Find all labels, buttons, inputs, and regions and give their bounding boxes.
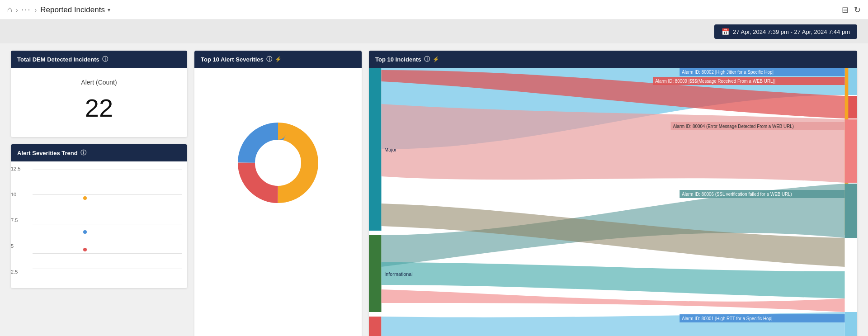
- title-dropdown-arrow[interactable]: ▾: [108, 7, 110, 13]
- top10-incidents-title: Top 10 Incidents: [375, 56, 421, 63]
- informational-label-text: Informational: [384, 271, 412, 277]
- right-band-5: [845, 312, 857, 336]
- chevron-icon-2: ›: [35, 6, 37, 14]
- right-band-4: [845, 184, 857, 238]
- total-dem-title: Total DEM Detected Incidents: [17, 56, 99, 63]
- trend-title: Alert Severities Trend: [17, 150, 78, 156]
- grid-line-1: [33, 194, 182, 195]
- donut-hole: [257, 142, 299, 184]
- donut-body: [194, 68, 362, 262]
- top10-severities-header: Top 10 Alert Severities ⓘ ⚡: [194, 51, 362, 68]
- top10-incidents-info-icon[interactable]: ⓘ: [424, 55, 430, 63]
- home-icon[interactable]: ⌂: [7, 5, 12, 14]
- calendar-icon: 📅: [722, 28, 729, 35]
- grid-line-3: [33, 253, 182, 254]
- total-dem-header: Total DEM Detected Incidents ⓘ: [11, 51, 187, 68]
- total-dem-info-icon[interactable]: ⓘ: [102, 55, 108, 63]
- date-range-button[interactable]: 📅 27 Apr, 2024 7:39 pm - 27 Apr, 2024 7:…: [714, 24, 857, 39]
- y-label-0: 12.5: [11, 166, 25, 171]
- nav-bar: ⌂ › ··· › Reported Incidents ▾ ⊟ ↻: [0, 0, 868, 20]
- top10-incidents-card: Top 10 Incidents ⓘ ⚡: [369, 51, 857, 336]
- right-column: Top 10 Incidents ⓘ ⚡: [369, 51, 857, 336]
- more-options-icon[interactable]: ···: [22, 5, 31, 14]
- date-range-text: 27 Apr, 2024 7:39 pm - 27 Apr, 2024 7:44…: [733, 28, 850, 35]
- chart-area: [33, 165, 182, 283]
- alert-label: Alert (Count): [18, 79, 180, 86]
- sankey-svg: Major Informational Alarm ID: 80002 |Hig…: [369, 68, 857, 336]
- label-text-3: Alarm ID: 80004 (Error Message Detected …: [673, 124, 794, 129]
- alert-severities-trend-card: Alert Severities Trend ⓘ 12.5 10 7.5 5 2…: [11, 144, 187, 288]
- page-title: Reported Incidents ▾: [40, 5, 110, 14]
- nav-bar-right: ⊟ ↻: [842, 5, 861, 15]
- sankey-body: Major Informational Alarm ID: 80002 |Hig…: [369, 68, 857, 336]
- top10-severities-card: Top 10 Alert Severities ⓘ ⚡: [194, 51, 362, 336]
- y-label-3: 5: [11, 243, 25, 249]
- major-bar: [369, 68, 381, 231]
- top10-severities-flash-icon[interactable]: ⚡: [275, 56, 282, 62]
- donut-svg: [233, 118, 323, 208]
- label-text-4: Alarm ID: 80006 (SSL verification failed…: [682, 192, 792, 197]
- chevron-icon-1: ›: [16, 6, 18, 14]
- grid-line-2: [33, 224, 182, 224]
- top10-severities-info-icon[interactable]: ⓘ: [266, 55, 272, 63]
- donut-chart: [233, 118, 323, 208]
- total-dem-body: Alert (Count) 22: [11, 68, 187, 137]
- grid-line-0: [33, 170, 182, 170]
- y-label-2: 7.5: [11, 218, 25, 223]
- label-text-2: Alarm ID: 80009 |$$$(Message Received Fr…: [655, 79, 775, 84]
- trend-info-icon[interactable]: ⓘ: [80, 149, 86, 157]
- top10-incidents-flash-icon[interactable]: ⚡: [433, 56, 439, 62]
- top10-severities-title: Top 10 Alert Severities: [201, 56, 264, 63]
- top10-incidents-header: Top 10 Incidents ⓘ ⚡: [369, 51, 857, 68]
- main-content: Total DEM Detected Incidents ⓘ Alert (Co…: [0, 43, 868, 336]
- label-text-1: Alarm ID: 80002 |High Jitter for a Speci…: [682, 70, 774, 75]
- label-text-5: Alarm ID: 80001 |High RTT for a Specific…: [682, 316, 772, 321]
- middle-column: Top 10 Alert Severities ⓘ ⚡: [194, 51, 362, 336]
- refresh-button[interactable]: ↻: [854, 5, 861, 15]
- y-label-4: 2.5: [11, 269, 25, 274]
- filter-button[interactable]: ⊟: [842, 5, 849, 15]
- dot-orange: [83, 196, 87, 200]
- major-label-text: Major: [384, 147, 396, 152]
- sub-bar: 📅 27 Apr, 2024 7:39 pm - 27 Apr, 2024 7:…: [0, 20, 868, 43]
- grid-line-4: [33, 269, 182, 269]
- trend-body: 12.5 10 7.5 5 2.5: [11, 161, 187, 288]
- y-axis: 12.5 10 7.5 5 2.5: [11, 166, 25, 274]
- dot-blue: [83, 230, 87, 234]
- alert-count: 22: [18, 93, 180, 123]
- right-band-3: [845, 119, 857, 183]
- informational-bar: [369, 235, 381, 312]
- total-dem-card: Total DEM Detected Incidents ⓘ Alert (Co…: [11, 51, 187, 137]
- left-column: Total DEM Detected Incidents ⓘ Alert (Co…: [11, 51, 187, 336]
- dot-red: [83, 248, 87, 251]
- flow-3: [381, 104, 844, 183]
- bottom-bar: [369, 317, 381, 336]
- trend-header: Alert Severities Trend ⓘ: [11, 144, 187, 161]
- y-label-1: 10: [11, 192, 25, 197]
